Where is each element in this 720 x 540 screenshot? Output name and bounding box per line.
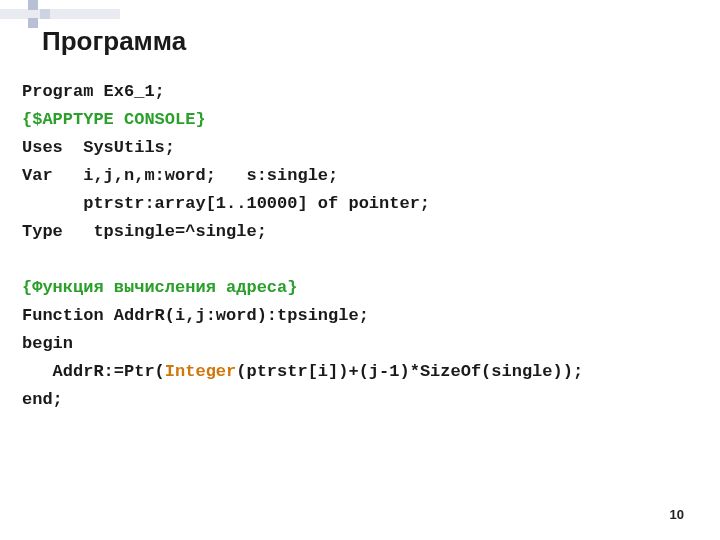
slide-title: Программа [42,26,186,57]
code-line: end; [22,390,63,409]
code-comment: {$APPTYPE CONSOLE} [22,110,206,129]
code-line: ptrstr:array[1..10000] of pointer; [22,194,430,213]
slide-corner-decoration [0,0,120,28]
decor-square [28,18,38,28]
code-line: begin [22,334,73,353]
code-line: Function AddrR(i,j:word):tpsingle; [22,306,369,325]
decor-bar [0,9,120,19]
code-line: Program Ex6_1; [22,82,165,101]
decor-square [40,9,50,19]
code-keyword: Integer [165,362,236,381]
code-line: Uses SysUtils; [22,138,175,157]
decor-square [28,0,38,10]
code-text: (ptrstr[i])+(j-1)*SizeOf(single)); [236,362,583,381]
page-number: 10 [670,507,684,522]
code-block: Program Ex6_1; {$APPTYPE CONSOLE} Uses S… [22,78,698,414]
code-line: AddrR:=Ptr(Integer(ptrstr[i])+(j-1)*Size… [22,362,583,381]
code-line: Var i,j,n,m:word; s:single; [22,166,338,185]
code-comment: {Функция вычисления адреса} [22,278,297,297]
code-line: Type tpsingle=^single; [22,222,267,241]
code-text: AddrR:=Ptr( [22,362,165,381]
